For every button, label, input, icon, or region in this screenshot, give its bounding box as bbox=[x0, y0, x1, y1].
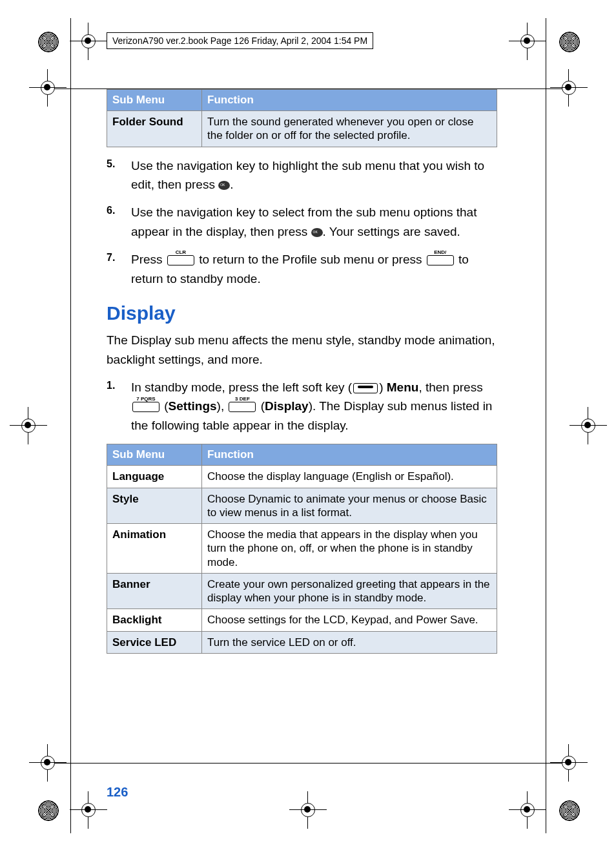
step-text: . Your settings are saved. bbox=[323, 225, 460, 238]
table-cell-function: Choose settings for the LCD, Keypad, and… bbox=[202, 609, 497, 631]
menu-label: Menu bbox=[387, 380, 419, 394]
key-label: CLR bbox=[168, 249, 194, 255]
table-row: Banner Create your own personalized gree… bbox=[107, 573, 497, 609]
key-3-icon: 3 DEF bbox=[229, 402, 256, 412]
step-text: ) bbox=[379, 380, 387, 394]
step-number: 5. bbox=[107, 156, 131, 194]
step-text: to return to the Profile sub menu or pre… bbox=[199, 253, 426, 266]
table-header-function: Function bbox=[202, 444, 497, 466]
registration-mark-icon bbox=[557, 29, 581, 54]
registration-mark-icon bbox=[36, 29, 60, 54]
step-text: In standby mode, press the left soft key… bbox=[131, 380, 352, 394]
table-cell-function: Turn the service LED on or off. bbox=[202, 631, 497, 653]
key-label: 3 DEF bbox=[229, 396, 255, 402]
registration-mark-icon bbox=[36, 798, 60, 822]
end-key-icon: END/ bbox=[427, 255, 454, 265]
crop-mark-icon bbox=[515, 798, 540, 822]
step-5: 5. Use the navigation key to highlight t… bbox=[107, 156, 497, 194]
step-text: . bbox=[230, 178, 233, 191]
step-text: ( bbox=[161, 399, 169, 413]
key-label: 7 PQRS bbox=[133, 396, 159, 402]
step-text: ( bbox=[257, 399, 265, 413]
left-softkey-icon bbox=[353, 383, 378, 393]
section-intro: The Display sub menu affects the menu st… bbox=[107, 331, 497, 369]
key-label: END/ bbox=[427, 249, 453, 255]
crop-mark-icon bbox=[557, 751, 581, 775]
crop-mark-icon bbox=[36, 76, 60, 100]
step-text: , then press bbox=[418, 380, 482, 394]
section-heading-display: Display bbox=[107, 302, 497, 324]
crop-mark-icon bbox=[515, 29, 540, 54]
step-number: 6. bbox=[107, 203, 131, 241]
table-cell-label: Animation bbox=[107, 524, 202, 574]
ok-button-icon bbox=[218, 181, 230, 190]
submenu-table-sound: Sub Menu Function Folder Sound Turn the … bbox=[107, 89, 497, 147]
table-row: Backlight Choose settings for the LCD, K… bbox=[107, 609, 497, 631]
crop-mark-icon bbox=[36, 751, 60, 775]
table-cell-label: Style bbox=[107, 488, 202, 524]
table-cell-function: Turn the sound generated whenever you op… bbox=[202, 111, 497, 147]
step-text: Use the navigation key to highlight the … bbox=[131, 159, 484, 191]
crop-mark-icon bbox=[76, 29, 101, 54]
table-cell-function: Choose the display language (English or … bbox=[202, 466, 497, 488]
table-cell-function: Choose Dynamic to animate your menus or … bbox=[202, 488, 497, 524]
table-cell-label: Service LED bbox=[107, 631, 202, 653]
step-number: 7. bbox=[107, 250, 131, 288]
table-cell-label: Language bbox=[107, 466, 202, 488]
table-row: Folder Sound Turn the sound generated wh… bbox=[107, 111, 497, 147]
table-header-submenu: Sub Menu bbox=[107, 90, 202, 111]
crop-mark-icon bbox=[557, 76, 581, 100]
step-text: Press bbox=[131, 253, 166, 266]
step-7: 7. Press CLR to return to the Profile su… bbox=[107, 250, 497, 288]
step-number: 1. bbox=[107, 378, 131, 435]
step-1: 1. In standby mode, press the left soft … bbox=[107, 378, 497, 435]
table-cell-function: Create your own personalized greeting th… bbox=[202, 573, 497, 609]
display-label: Display bbox=[265, 399, 309, 413]
table-cell-label: Banner bbox=[107, 573, 202, 609]
page-number: 126 bbox=[107, 785, 128, 800]
crop-mark-icon bbox=[16, 413, 41, 438]
table-cell-label: Folder Sound bbox=[107, 111, 202, 147]
crop-mark-icon bbox=[76, 798, 101, 822]
table-cell-function: Choose the media that appears in the dis… bbox=[202, 524, 497, 574]
submenu-table-display: Sub Menu Function Language Choose the di… bbox=[107, 444, 497, 654]
table-row: Language Choose the display language (En… bbox=[107, 466, 497, 488]
clr-key-icon: CLR bbox=[167, 255, 194, 265]
table-row: Animation Choose the media that appears … bbox=[107, 524, 497, 574]
key-7-icon: 7 PQRS bbox=[132, 402, 159, 412]
ok-button-icon bbox=[311, 228, 323, 237]
table-cell-label: Backlight bbox=[107, 609, 202, 631]
bottom-rule bbox=[45, 763, 571, 764]
table-row: Service LED Turn the service LED on or o… bbox=[107, 631, 497, 653]
step-6: 6. Use the navigation key to select from… bbox=[107, 203, 497, 241]
table-row: Style Choose Dynamic to animate your men… bbox=[107, 488, 497, 524]
registration-mark-icon bbox=[557, 798, 581, 822]
crop-mark-icon bbox=[296, 798, 320, 822]
page-header: VerizonA790 ver.2.book Page 126 Friday, … bbox=[107, 32, 373, 49]
step-text: ), bbox=[217, 399, 228, 413]
table-header-function: Function bbox=[202, 90, 497, 111]
settings-label: Settings bbox=[169, 399, 217, 413]
table-header-submenu: Sub Menu bbox=[107, 444, 202, 466]
crop-mark-icon bbox=[576, 413, 601, 438]
